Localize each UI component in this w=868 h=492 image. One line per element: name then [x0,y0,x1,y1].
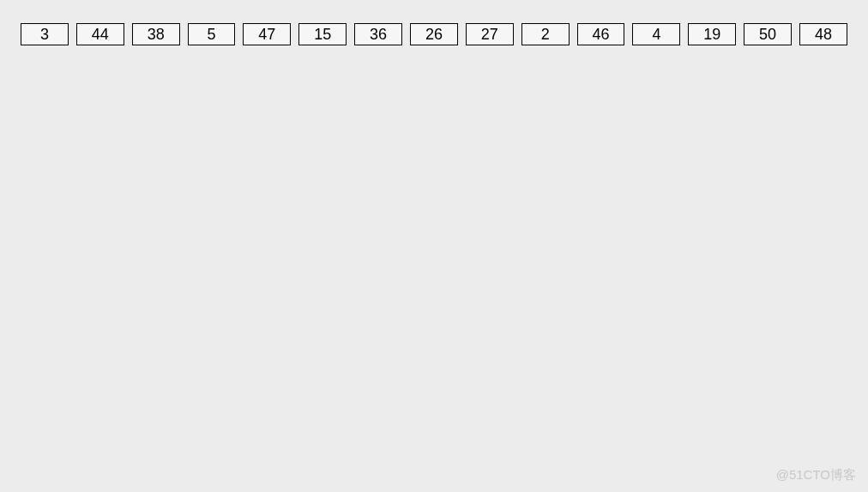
number-cell: 36 [354,23,402,45]
number-cell: 3 [21,23,69,45]
number-cell: 47 [243,23,291,45]
number-cell: 44 [76,23,124,45]
number-cell: 38 [132,23,180,45]
number-cell: 26 [410,23,458,45]
watermark: @51CTO博客 [776,467,856,483]
number-cell: 5 [188,23,236,45]
number-cell: 27 [466,23,514,45]
number-cell: 4 [632,23,680,45]
number-cell: 46 [577,23,625,45]
number-row: 3 44 38 5 47 15 36 26 27 2 46 4 19 50 48 [0,0,868,69]
number-cell: 2 [521,23,570,45]
number-cell: 15 [298,23,347,45]
number-cell: 19 [688,23,736,45]
number-cell: 48 [799,23,847,45]
number-cell: 50 [744,23,792,45]
